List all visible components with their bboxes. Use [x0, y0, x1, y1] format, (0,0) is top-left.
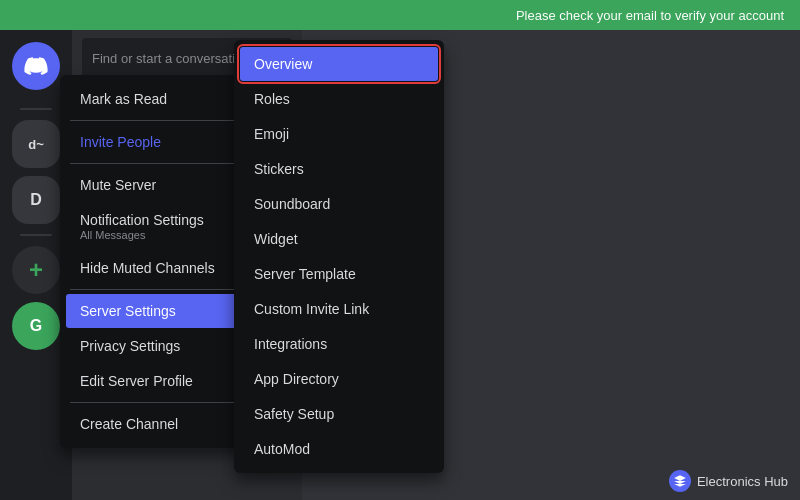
watermark: Electronics Hub — [669, 470, 788, 492]
submenu-item-stickers-label: Stickers — [254, 161, 304, 177]
menu-item-invite-people-label: Invite People — [80, 134, 161, 150]
submenu-item-safety-setup-label: Safety Setup — [254, 406, 334, 422]
sidebar-item-add[interactable]: + — [12, 246, 60, 294]
menu-item-create-channel-label: Create Channel — [80, 416, 178, 432]
menu-item-edit-server-profile-label: Edit Server Profile — [80, 373, 193, 389]
notification-text: Please check your email to verify your a… — [516, 8, 784, 23]
sidebar-item-server-g[interactable]: G — [12, 302, 60, 350]
sidebar-item-server-d[interactable]: d~ — [12, 120, 60, 168]
submenu-item-integrations[interactable]: Integrations — [240, 327, 438, 361]
menu-item-hide-muted-label: Hide Muted Channels — [80, 260, 238, 276]
submenu-item-integrations-label: Integrations — [254, 336, 327, 352]
submenu-item-server-template-label: Server Template — [254, 266, 356, 282]
submenu-item-server-template[interactable]: Server Template — [240, 257, 438, 291]
submenu-item-soundboard[interactable]: Soundboard — [240, 187, 438, 221]
submenu-item-roles-label: Roles — [254, 91, 290, 107]
notification-bar: Please check your email to verify your a… — [0, 0, 800, 30]
submenu-item-soundboard-label: Soundboard — [254, 196, 330, 212]
menu-item-server-settings-label: Server Settings — [80, 303, 176, 319]
notification-settings-subtitle: All Messages — [80, 229, 145, 241]
submenu-item-overview-label: Overview — [254, 56, 312, 72]
submenu-item-emoji[interactable]: Emoji — [240, 117, 438, 151]
menu-item-mark-as-read-label: Mark as Read — [80, 91, 167, 107]
submenu-item-widget-label: Widget — [254, 231, 298, 247]
submenu-item-app-directory-label: App Directory — [254, 371, 339, 387]
discord-logo[interactable] — [12, 42, 60, 90]
menu-item-notification-settings-label: Notification Settings — [80, 212, 204, 228]
submenu-item-overview[interactable]: Overview — [240, 47, 438, 81]
watermark-icon — [669, 470, 691, 492]
submenu-item-custom-invite-link-label: Custom Invite Link — [254, 301, 369, 317]
submenu-item-emoji-label: Emoji — [254, 126, 289, 142]
sidebar-divider-2 — [20, 234, 52, 236]
sidebar-item-server-D[interactable]: D — [12, 176, 60, 224]
menu-item-mute-server-label: Mute Server — [80, 177, 156, 193]
submenu-item-safety-setup[interactable]: Safety Setup — [240, 397, 438, 431]
watermark-brand: Electronics Hub — [697, 474, 788, 489]
sidebar-divider-1 — [20, 108, 52, 110]
menu-item-privacy-settings-label: Privacy Settings — [80, 338, 180, 354]
submenu-item-automod[interactable]: AutoMod — [240, 432, 438, 466]
submenu-item-roles[interactable]: Roles — [240, 82, 438, 116]
submenu-item-custom-invite-link[interactable]: Custom Invite Link — [240, 292, 438, 326]
submenu-item-app-directory[interactable]: App Directory — [240, 362, 438, 396]
submenu-item-widget[interactable]: Widget — [240, 222, 438, 256]
submenu-item-automod-label: AutoMod — [254, 441, 310, 457]
submenu-item-stickers[interactable]: Stickers — [240, 152, 438, 186]
context-menu-right: Overview Roles Emoji Stickers Soundboard… — [234, 40, 444, 473]
